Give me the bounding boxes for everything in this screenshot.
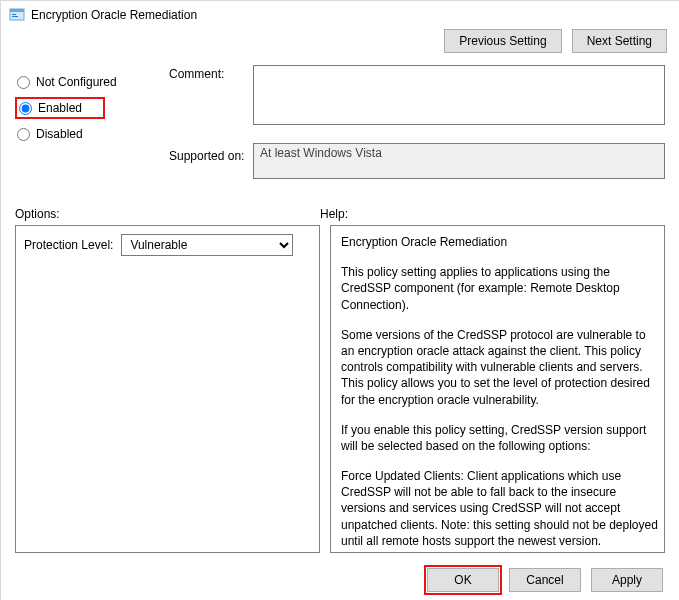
policy-dialog: Encryption Oracle Remediation Previous S… (0, 0, 679, 600)
options-label: Options: (15, 207, 320, 221)
previous-setting-button[interactable]: Previous Setting (444, 29, 561, 53)
radio-disabled-label: Disabled (36, 127, 83, 141)
options-panel: Protection Level: Vulnerable (15, 225, 320, 553)
help-text: Force Updated Clients: Client applicatio… (341, 468, 660, 549)
next-setting-button[interactable]: Next Setting (572, 29, 667, 53)
supported-on-label: Supported on: (169, 143, 249, 163)
policy-icon (9, 7, 25, 23)
radio-not-configured[interactable]: Not Configured (15, 71, 165, 93)
radio-enabled-label: Enabled (38, 101, 82, 115)
comment-label: Comment: (169, 65, 249, 81)
help-label: Help: (320, 207, 665, 221)
radio-enabled[interactable]: Enabled (15, 97, 105, 119)
svg-rect-1 (10, 9, 24, 12)
radio-disabled[interactable]: Disabled (15, 123, 165, 145)
help-panel[interactable]: Encryption Oracle Remediation This polic… (330, 225, 665, 553)
help-text: This policy setting applies to applicati… (341, 264, 660, 313)
radio-not-configured-input[interactable] (17, 76, 30, 89)
help-text: Encryption Oracle Remediation (341, 234, 660, 250)
svg-rect-3 (12, 16, 18, 17)
titlebar: Encryption Oracle Remediation (1, 1, 679, 29)
dialog-footer: OK Cancel Apply (427, 568, 663, 592)
svg-rect-2 (12, 14, 16, 15)
content-area: Not Configured Enabled Disabled Comment:… (1, 59, 679, 553)
radio-disabled-input[interactable] (17, 128, 30, 141)
apply-button[interactable]: Apply (591, 568, 663, 592)
supported-on-field: At least Windows Vista (253, 143, 665, 179)
protection-level-select[interactable]: Vulnerable (121, 234, 293, 256)
ok-button[interactable]: OK (427, 568, 499, 592)
help-text: Some versions of the CredSSP protocol ar… (341, 327, 660, 408)
window-title: Encryption Oracle Remediation (31, 8, 197, 22)
cancel-button[interactable]: Cancel (509, 568, 581, 592)
protection-level-label: Protection Level: (24, 238, 113, 252)
comment-field[interactable] (253, 65, 665, 125)
nav-buttons: Previous Setting Next Setting (1, 29, 679, 59)
radio-not-configured-label: Not Configured (36, 75, 117, 89)
help-text: If you enable this policy setting, CredS… (341, 422, 660, 454)
state-radio-group: Not Configured Enabled Disabled (15, 65, 165, 149)
radio-enabled-input[interactable] (19, 102, 32, 115)
